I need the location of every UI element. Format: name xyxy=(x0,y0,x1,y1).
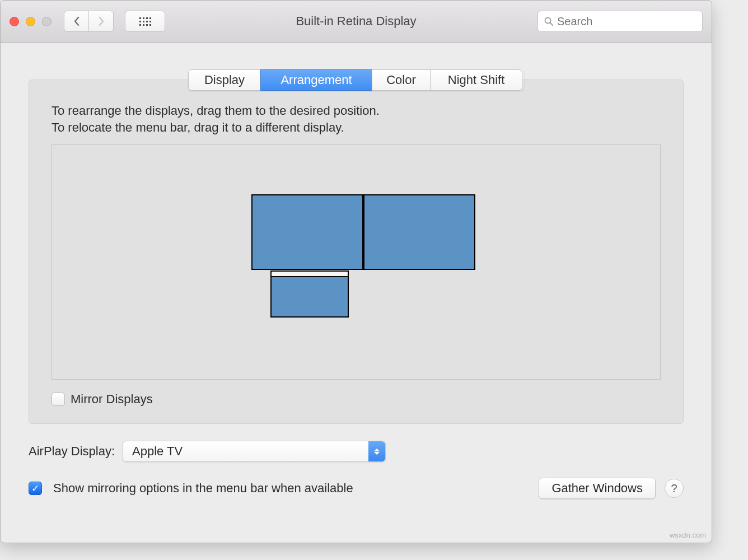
displays-arrangement-area[interactable] xyxy=(52,144,661,380)
window-title: Built-in Retina Display xyxy=(296,14,416,29)
show-mirroring-label: Show mirroring options in the menu bar w… xyxy=(53,481,353,496)
back-button[interactable] xyxy=(64,11,89,32)
airplay-label: AirPlay Display: xyxy=(29,444,115,459)
menu-bar-indicator[interactable] xyxy=(272,272,348,277)
tab-color[interactable]: Color xyxy=(372,69,431,91)
search-icon xyxy=(544,16,554,26)
minimize-window-button[interactable] xyxy=(26,17,35,26)
chevron-down-icon xyxy=(374,452,380,455)
bottom-row: ✓ Show mirroring options in the menu bar… xyxy=(29,478,684,499)
mirror-displays-label: Mirror Displays xyxy=(71,392,153,407)
instruction-line-2: To relocate the menu bar, drag it to a d… xyxy=(52,119,661,136)
lower-controls: AirPlay Display: Apple TV ✓ Show mirrori… xyxy=(1,424,712,499)
mirror-displays-checkbox[interactable] xyxy=(52,393,65,406)
chevron-right-icon xyxy=(98,16,105,26)
instruction-line-1: To rearrange the displays, drag them to … xyxy=(52,102,661,119)
airplay-display-popup[interactable]: Apple TV xyxy=(123,441,386,462)
titlebar: Built-in Retina Display xyxy=(1,1,712,43)
show-mirroring-checkbox[interactable]: ✓ xyxy=(29,482,42,495)
content: Display Arrangement Color Night Shift To… xyxy=(1,69,712,499)
show-all-preferences-button[interactable] xyxy=(125,11,165,32)
instructions: To rearrange the displays, drag them to … xyxy=(52,102,661,136)
check-icon: ✓ xyxy=(31,484,39,493)
svg-line-1 xyxy=(550,23,553,26)
airplay-selected-value: Apple TV xyxy=(132,444,183,459)
search-input[interactable] xyxy=(557,15,699,28)
tab-display[interactable]: Display xyxy=(188,69,261,91)
forward-button xyxy=(88,11,114,32)
display-builtin-primary[interactable] xyxy=(270,270,349,318)
zoom-window-button xyxy=(42,17,52,26)
apps-grid-icon xyxy=(139,17,151,26)
airplay-row: AirPlay Display: Apple TV xyxy=(29,441,684,462)
display-external-left[interactable] xyxy=(251,194,363,270)
chevron-left-icon xyxy=(73,16,80,26)
gather-windows-label: Gather Windows xyxy=(551,481,643,496)
arrangement-panel: To rearrange the displays, drag them to … xyxy=(29,80,684,424)
tab-bar: Display Arrangement Color Night Shift xyxy=(188,69,524,91)
help-icon: ? xyxy=(671,482,677,495)
popup-arrows-icon xyxy=(368,441,385,461)
preferences-window: Built-in Retina Display Display Arrangem… xyxy=(0,0,712,543)
gather-windows-button[interactable]: Gather Windows xyxy=(539,478,656,499)
display-external-right[interactable] xyxy=(363,194,475,270)
search-field[interactable] xyxy=(537,11,703,32)
mirror-displays-row: Mirror Displays xyxy=(52,392,661,407)
close-window-button[interactable] xyxy=(10,17,19,26)
help-button[interactable]: ? xyxy=(665,479,684,498)
nav-back-forward xyxy=(64,11,114,32)
watermark: wsxdn.com xyxy=(670,531,706,539)
chevron-up-icon xyxy=(374,449,380,451)
tab-arrangement[interactable]: Arrangement xyxy=(260,69,372,91)
traffic-lights xyxy=(10,17,52,26)
tab-night-shift[interactable]: Night Shift xyxy=(430,69,522,91)
